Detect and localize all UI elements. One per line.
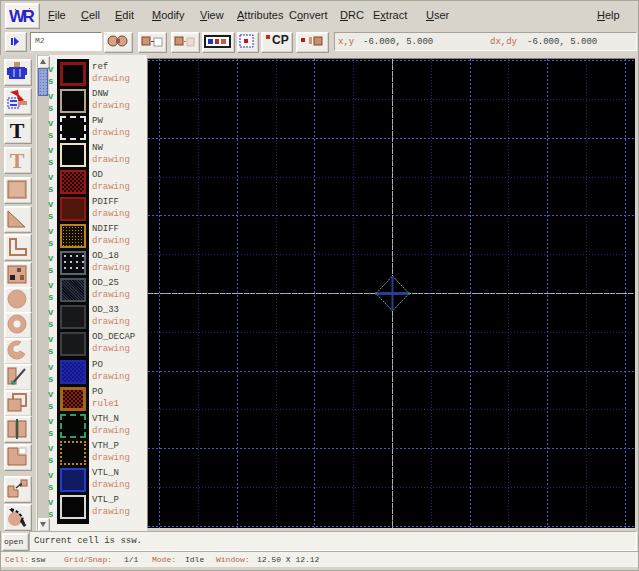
svg-text:T: T xyxy=(10,148,25,171)
svg-text:T: T xyxy=(10,118,25,141)
